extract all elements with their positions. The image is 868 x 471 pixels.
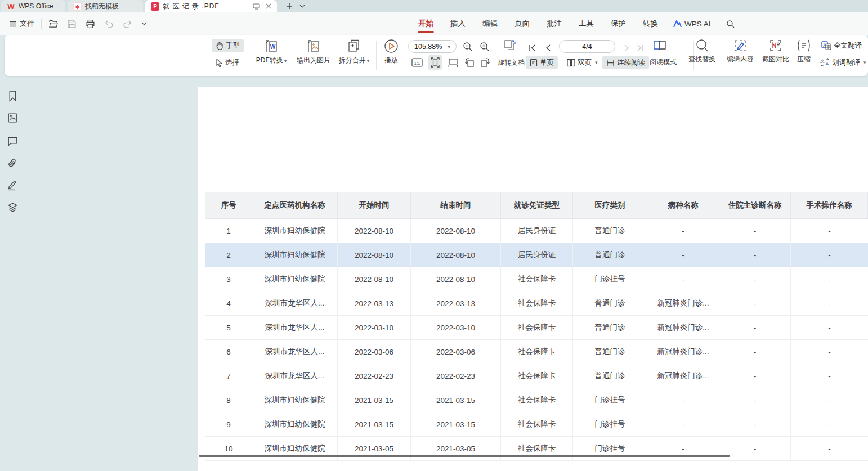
layers-icon[interactable] xyxy=(7,201,19,213)
open-file-button[interactable] xyxy=(44,19,62,29)
pdf-convert-button[interactable]: W PDF转换▾ xyxy=(251,38,292,67)
table-cell: 2022-03-06 xyxy=(338,340,411,364)
read-mode-button-icon[interactable] xyxy=(652,39,668,52)
zoom-level-select[interactable]: 105.88% ▾ xyxy=(408,40,457,53)
read-mode-button[interactable]: 阅读模式 xyxy=(650,56,677,68)
tab-wps-office[interactable]: W WPS Office xyxy=(1,0,65,12)
menu-item-edit[interactable]: 编辑 xyxy=(474,12,506,35)
tab-docer-templates[interactable]: ◆ 找稻壳模板 xyxy=(68,0,143,12)
fit-width-button[interactable] xyxy=(446,56,460,69)
menu-item-protect[interactable]: 保护 xyxy=(602,12,634,35)
table-row[interactable]: 7深圳市龙华区人...2022-02-232022-02-23社会保障卡普通门诊… xyxy=(205,364,868,388)
search-icon xyxy=(726,20,735,28)
swap-pages-button[interactable] xyxy=(502,39,518,52)
menu-item-convert[interactable]: 转换 xyxy=(634,12,666,35)
screenshot-compare-button[interactable]: 截图对比 xyxy=(759,38,793,65)
new-tab-button[interactable] xyxy=(284,1,294,11)
hand-tool-button[interactable]: 手型 xyxy=(212,39,244,52)
rotate-doc-button[interactable]: 旋转文档 xyxy=(498,56,525,69)
table-cell: - xyxy=(719,267,791,291)
menu-item-page[interactable]: 页面 xyxy=(506,12,538,35)
tab-list-button[interactable] xyxy=(297,1,307,11)
signature-icon[interactable] xyxy=(7,179,19,191)
menu-search-button[interactable] xyxy=(718,12,743,35)
table-row[interactable]: 6深圳市龙华区人...2022-03-062022-03-06社会保障卡普通门诊… xyxy=(205,340,868,364)
tab-document-pdf[interactable]: P 就 医 记 录 .PDF xyxy=(145,0,277,12)
table-cell: - xyxy=(791,219,868,243)
undo-button[interactable] xyxy=(100,19,118,29)
prev-page-button[interactable] xyxy=(542,42,554,54)
zoom-out-icon xyxy=(463,42,473,52)
column-header: 就诊凭证类型 xyxy=(501,192,573,218)
play-button[interactable]: 播放 xyxy=(377,38,405,66)
menu-item-wps-ai[interactable]: WPS AI xyxy=(666,20,718,28)
export-image-button[interactable]: 输出为图片 xyxy=(292,38,335,66)
table-cell: - xyxy=(647,388,719,412)
first-page-button[interactable] xyxy=(526,42,538,54)
horizontal-scrollbar[interactable] xyxy=(199,455,730,457)
last-page-button[interactable] xyxy=(634,42,646,54)
document-viewport[interactable]: 序号定点医药机构名称开始时间结束时间就诊凭证类型医疗类别病种名称住院主诊断名称手… xyxy=(27,77,868,471)
table-cell: 7 xyxy=(205,364,252,388)
menu-item-tools[interactable]: 工具 xyxy=(570,12,602,35)
table-row[interactable]: 5深圳市龙华区人...2022-03-102022-03-10社会保障卡普通门诊… xyxy=(205,316,868,340)
printer-icon xyxy=(86,19,95,29)
edit-content-button[interactable]: 编辑内容 xyxy=(722,38,759,65)
table-cell: 2022-03-13 xyxy=(338,291,411,315)
continuous-read-button[interactable]: 连续阅读 xyxy=(602,56,649,69)
book-icon xyxy=(653,39,666,52)
rotate-left-button[interactable] xyxy=(463,56,475,69)
menu-item-comment[interactable]: 批注 xyxy=(538,12,570,35)
column-header: 医疗类别 xyxy=(573,192,647,218)
table-row[interactable]: 9深圳市妇幼保健院2021-03-152021-03-15社会保障卡门诊挂号--… xyxy=(205,412,868,437)
table-cell: - xyxy=(791,388,868,412)
file-menu-button[interactable]: 文件 xyxy=(5,19,39,29)
double-page-icon xyxy=(567,59,575,67)
table-cell: 9 xyxy=(205,412,252,436)
page-indicator-input[interactable] xyxy=(559,40,615,53)
table-cell: 新冠肺炎门诊... xyxy=(647,291,719,315)
next-page-button[interactable] xyxy=(620,42,633,54)
table-cell: - xyxy=(719,412,791,436)
table-cell: 4 xyxy=(205,291,252,315)
zoom-in-button[interactable] xyxy=(478,41,491,53)
compress-button[interactable]: 压缩 xyxy=(791,38,816,65)
table-row[interactable]: 1深圳市妇幼保健院2022-08-102022-08-10居民身份证普通门诊--… xyxy=(205,219,868,243)
double-page-button[interactable]: 双页 ▾ xyxy=(563,56,602,69)
plus-icon xyxy=(286,3,293,10)
menu-row: 文件 xyxy=(0,12,868,35)
find-replace-button[interactable]: 查找替换 xyxy=(683,38,721,65)
split-merge-button[interactable]: 拆分合并▾ xyxy=(334,38,374,67)
column-header: 定点医药机构名称 xyxy=(252,192,338,218)
full-translate-button[interactable]: A 字 全文翻译 xyxy=(817,39,866,52)
quickbar-more-button[interactable] xyxy=(137,22,151,25)
table-cell: 新冠肺炎门诊... xyxy=(647,340,719,364)
print-button[interactable] xyxy=(81,19,100,29)
menu-item-insert[interactable]: 插入 xyxy=(442,12,474,35)
single-page-button[interactable]: 单页 xyxy=(526,56,558,69)
table-row[interactable]: 3深圳市妇幼保健院2022-08-102022-08-10社会保障卡门诊挂号--… xyxy=(205,267,868,291)
redo-button[interactable] xyxy=(118,19,137,29)
zoom-out-button[interactable] xyxy=(462,41,474,53)
thumbnail-icon[interactable] xyxy=(7,112,19,124)
monitor-icon[interactable] xyxy=(253,3,260,10)
continuous-read-label: 连续阅读 xyxy=(617,58,645,68)
fit-page-button[interactable] xyxy=(428,55,442,70)
rotate-right-button[interactable] xyxy=(480,56,492,69)
table-row[interactable]: 2深圳市妇幼保健院2022-08-102022-08-10居民身份证普通门诊--… xyxy=(205,243,868,267)
attachment-icon[interactable] xyxy=(7,157,19,169)
select-tool-button[interactable]: 选择 xyxy=(212,56,243,69)
table-row[interactable]: 8深圳市妇幼保健院2021-03-152021-03-15社会保障卡门诊挂号--… xyxy=(205,388,868,412)
save-button[interactable] xyxy=(62,19,81,29)
word-translate-button[interactable]: 文 A 划词翻译 ▾ xyxy=(816,56,868,69)
comment-icon[interactable] xyxy=(7,135,19,147)
close-icon[interactable] xyxy=(266,3,271,9)
bookmark-icon[interactable] xyxy=(7,90,19,102)
column-header: 结束时间 xyxy=(411,192,501,218)
table-row[interactable]: 4深圳市龙华区人...2022-03-132022-03-13社会保障卡普通门诊… xyxy=(205,291,868,316)
table-row[interactable]: 10深圳市妇幼保健院2021-03-052021-03-05社会保障卡门诊挂号-… xyxy=(205,437,868,461)
column-header: 病种名称 xyxy=(647,192,719,218)
menu-item-home[interactable]: 开始 xyxy=(410,12,442,35)
actual-size-button[interactable]: 1:1 xyxy=(411,56,423,69)
edit-content-icon xyxy=(733,38,748,53)
